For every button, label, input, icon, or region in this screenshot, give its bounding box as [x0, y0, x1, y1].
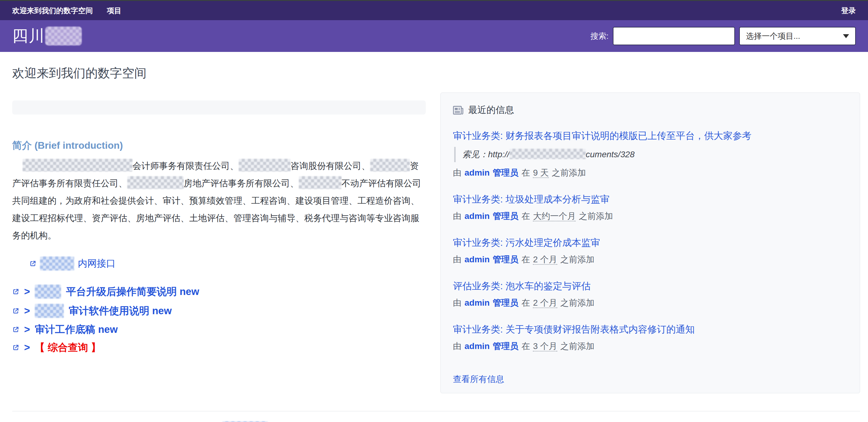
- list-item: > 【 综合查询 】: [12, 341, 426, 354]
- external-link-icon: [12, 288, 19, 295]
- news-byline: 由admin管理员在2 个月之前添加: [453, 254, 847, 265]
- news-title-link[interactable]: 审计业务类: 垃圾处理成本分析与监审: [453, 193, 610, 206]
- news-title-link[interactable]: 审计业务类: 污水处理定价成本监审: [453, 237, 600, 249]
- censored-url: [509, 149, 586, 159]
- empty-toolbar-strip: [12, 100, 426, 115]
- relative-time: 大约一个月: [533, 211, 576, 221]
- page-footer: Powered by Project by Zhongli Chuangxing…: [12, 411, 860, 422]
- news-quote: 索见：http://cuments/328: [454, 147, 847, 162]
- app-header: 四川 搜索: 选择一个项目...: [0, 20, 868, 52]
- arrow-marker: >: [24, 341, 30, 354]
- list-item: > 平台升级后操作简要说明 new: [12, 284, 426, 299]
- news-byline: 由admin管理员在大约一个月之前添加: [453, 210, 847, 222]
- author-link[interactable]: admin: [465, 211, 490, 221]
- role-link[interactable]: 管理员: [493, 168, 518, 177]
- panel-title: 最近的信息: [468, 104, 514, 116]
- news-title-link[interactable]: 审计业务类: 关于专项债财评报告附表格式内容修订的通知: [453, 323, 695, 336]
- list-item: > 审计工作底稿 new: [12, 323, 426, 336]
- relative-time: 2 个月: [533, 255, 557, 265]
- logo-censored-block: [45, 27, 82, 46]
- news-byline: 由admin管理员在9 天之前添加: [453, 167, 847, 179]
- news-item: 审计业务类: 财务报表各项目审计说明的模版已上传至平台，供大家参考 索见：htt…: [453, 130, 847, 179]
- relative-time: 3 个月: [533, 341, 557, 352]
- site-logo: 四川: [12, 25, 82, 47]
- news-title-link[interactable]: 审计业务类: 财务报表各项目审计说明的模版已上传至平台，供大家参考: [453, 130, 751, 142]
- role-link[interactable]: 管理员: [493, 255, 518, 264]
- login-link[interactable]: 登录: [841, 6, 856, 16]
- news-item: 审计业务类: 污水处理定价成本监审 由admin管理员在2 个月之前添加: [453, 237, 847, 265]
- quick-link-working-papers[interactable]: 审计工作底稿 new: [35, 323, 118, 336]
- intro-heading: 简介 (Brief introduction): [12, 139, 426, 152]
- search-label: 搜索:: [591, 31, 609, 41]
- censored-company-name: [127, 176, 184, 189]
- news-item: 审计业务类: 关于专项债财评报告附表格式内容修订的通知 由admin管理员在3 …: [453, 323, 847, 352]
- censored-link-prefix: [35, 304, 64, 318]
- news-item: 评估业务类: 泡水车的鉴定与评估 由admin管理员在2 个月之前添加: [453, 280, 847, 309]
- news-byline: 由admin管理员在3 个月之前添加: [453, 340, 847, 352]
- censored-company-name: [23, 159, 132, 172]
- arrow-marker: >: [24, 285, 30, 298]
- latest-news-panel: 最近的信息 审计业务类: 财务报表各项目审计说明的模版已上传至平台，供大家参考 …: [440, 92, 860, 393]
- view-all-news-link[interactable]: 查看所有信息: [453, 373, 504, 385]
- project-select-value: 选择一个项目...: [746, 31, 800, 41]
- external-link-icon: [12, 326, 19, 333]
- news-title-link[interactable]: 评估业务类: 泡水车的鉴定与评估: [453, 280, 591, 292]
- logo-text: 四川: [12, 25, 45, 47]
- role-link[interactable]: 管理员: [493, 341, 518, 351]
- external-link-icon: [12, 307, 19, 314]
- quick-link-comprehensive-query[interactable]: 【 综合查询 】: [35, 341, 101, 354]
- page-title: 欢迎来到我们的数字空间: [12, 65, 860, 82]
- quick-link-platform-upgrade[interactable]: 平台升级后操作简要说明 new: [66, 285, 199, 298]
- author-link[interactable]: admin: [465, 255, 490, 264]
- arrow-marker: >: [24, 304, 30, 317]
- search-input[interactable]: [613, 27, 735, 45]
- news-item: 审计业务类: 垃圾处理成本分析与监审 由admin管理员在大约一个月之前添加: [453, 193, 847, 222]
- news-byline: 由admin管理员在2 个月之前添加: [453, 297, 847, 309]
- nav-home-link[interactable]: 欢迎来到我们的数字空间: [12, 6, 93, 16]
- chevron-down-icon: [843, 34, 849, 38]
- main-content: 欢迎来到我们的数字空间 简介 (Brief introduction) 会计师事…: [0, 65, 868, 393]
- left-column: 简介 (Brief introduction) 会计师事务有限责任公司、咨询股份…: [12, 92, 426, 359]
- external-link-icon: [12, 344, 19, 351]
- role-link[interactable]: 管理员: [493, 298, 518, 307]
- arrow-marker: >: [24, 323, 30, 336]
- intranet-link-row: 内网接口: [29, 257, 426, 271]
- project-select-dropdown[interactable]: 选择一个项目...: [739, 27, 856, 45]
- quick-link-audit-software[interactable]: 审计软件使用说明 new: [69, 304, 172, 317]
- author-link[interactable]: admin: [465, 168, 490, 177]
- nav-projects-link[interactable]: 项目: [107, 6, 121, 16]
- intranet-link[interactable]: 内网接口: [78, 257, 116, 270]
- external-link-icon: [29, 260, 36, 267]
- censored-company-name: [239, 159, 290, 172]
- intro-paragraph: 会计师事务有限责任公司、咨询股份有限公司、资产评估事务所有限责任公司、房地产评估…: [12, 157, 426, 244]
- top-menu-bar: 欢迎来到我们的数字空间 项目 登录: [0, 1, 868, 20]
- author-link[interactable]: admin: [465, 298, 490, 307]
- censored-company-name: [299, 176, 342, 189]
- relative-time: 2 个月: [533, 298, 557, 308]
- censored-company-name: [370, 159, 410, 172]
- censored-link-prefix: [35, 284, 61, 299]
- relative-time: 9 天: [533, 168, 549, 178]
- role-link[interactable]: 管理员: [493, 211, 518, 221]
- newspaper-icon: [453, 106, 463, 115]
- quick-links-list: > 平台升级后操作简要说明 new > 审计软件使用说明 new > 审计工作底…: [12, 284, 426, 354]
- author-link[interactable]: admin: [465, 341, 490, 351]
- list-item: > 审计软件使用说明 new: [12, 304, 426, 318]
- censored-link-prefix: [40, 257, 74, 271]
